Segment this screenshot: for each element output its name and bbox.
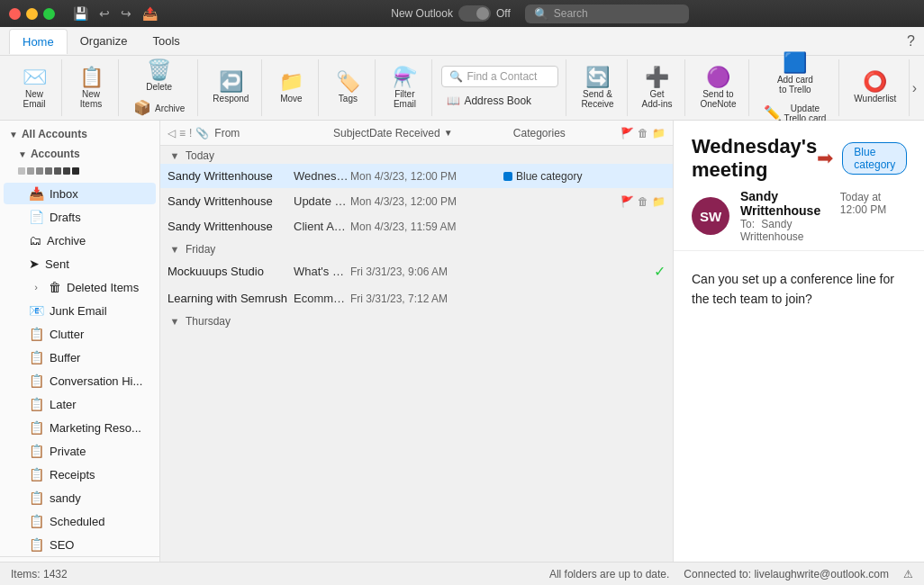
send-receive-button[interactable]: 🔄 Send &Receive xyxy=(575,64,619,112)
tags-button[interactable]: 🏷️ Tags xyxy=(328,68,367,107)
delete-action-icon[interactable]: 🗑 xyxy=(638,195,648,208)
items-count: Items: 1432 xyxy=(11,568,68,580)
sidebar-item-later[interactable]: 📋 Later xyxy=(4,393,156,415)
tab-organize[interactable]: Organize xyxy=(68,29,140,53)
chevron-icon: ▼ xyxy=(18,149,27,159)
sidebar-item-marketing[interactable]: 📋 Marketing Reso... xyxy=(4,417,156,438)
email-list: ◁ ≡ ! 📎 From Subject Date Received ▼ Cat… xyxy=(160,121,674,562)
sidebar-item-private[interactable]: 📋 Private xyxy=(4,440,156,462)
find-contact-button[interactable]: 🔍 Find a Contact xyxy=(441,66,558,87)
collapse-all-icon[interactable]: ◁ xyxy=(168,127,176,140)
sidebar-item-receipts[interactable]: 📋 Receipts xyxy=(4,464,156,485)
help-icon[interactable]: ? xyxy=(907,33,915,50)
sidebar-item-scheduled[interactable]: 📋 Scheduled xyxy=(4,510,156,532)
col-date[interactable]: Date Received ▼ xyxy=(369,127,513,140)
wunderlist-button[interactable]: ⭕ Wunderlist xyxy=(848,68,901,107)
save-icon[interactable]: 💾 xyxy=(73,6,88,21)
toggle-switch[interactable] xyxy=(458,5,491,22)
accounts-header[interactable]: ▼ Accounts xyxy=(0,144,159,164)
respond-button[interactable]: ↩️ Respond xyxy=(207,68,254,107)
archive-action-icon[interactable]: 📁 xyxy=(652,195,666,208)
all-accounts-header[interactable]: ▼ All Accounts xyxy=(0,124,159,144)
wunderlist-group: ⭕ Wunderlist xyxy=(841,59,910,116)
col-subject[interactable]: Subject xyxy=(333,127,369,140)
reading-time: Today at 12:00 PM xyxy=(840,191,906,216)
add-trello-button[interactable]: 🟦 Add cardto Trello xyxy=(772,50,819,98)
email-row[interactable]: Sandy Writtenhouse Wednesday's meeting M… xyxy=(160,164,673,189)
today-collapse-icon[interactable]: ▼ xyxy=(168,150,182,161)
email-from: Sandy Writtenhouse xyxy=(168,220,294,233)
sidebar-item-sent[interactable]: ➤ Sent xyxy=(4,253,156,274)
sent-icon: ➤ xyxy=(29,256,40,271)
deleted-label: Deleted Items xyxy=(67,281,139,294)
delete-button[interactable]: 🗑️ Delete xyxy=(140,57,179,95)
archive-col-icon: 📁 xyxy=(652,127,666,140)
new-outlook-toggle[interactable]: New Outlook Off xyxy=(391,5,511,22)
redo-icon[interactable]: ↪ xyxy=(121,6,131,21)
sidebar-item-drafts[interactable]: 📄 Drafts xyxy=(4,206,156,228)
new-items-group: 📋 NewItems xyxy=(64,59,119,116)
close-button[interactable] xyxy=(9,8,21,20)
minimize-button[interactable] xyxy=(26,8,38,20)
thursday-collapse-icon[interactable]: ▼ xyxy=(168,316,182,327)
sidebar-item-deleted[interactable]: › 🗑 Deleted Items xyxy=(4,276,156,298)
attachment-icon[interactable]: 📎 xyxy=(195,127,209,140)
get-addins-button[interactable]: ➕ GetAdd-ins xyxy=(637,64,678,112)
sidebar-item-sandy[interactable]: 📋 sandy xyxy=(4,487,156,508)
col-from-label: From xyxy=(214,127,240,140)
wunderlist-label: Wunderlist xyxy=(854,94,896,104)
sidebar-item-inbox[interactable]: 📥 Inbox xyxy=(4,183,156,204)
section-today-label: Today xyxy=(186,149,214,162)
email-row[interactable]: Mockuuups Studio What's new: Say hello t… xyxy=(160,257,673,286)
filter-list-icon[interactable]: ! xyxy=(189,127,192,140)
header-icons: ◁ ≡ ! 📎 xyxy=(168,127,209,140)
statusbar-right: All folders are up to date. Connected to… xyxy=(549,568,913,580)
section-thursday-label: Thursday xyxy=(186,315,231,328)
onenote-label: Send toOneNote xyxy=(700,89,736,109)
sidebar-item-buffer[interactable]: 📋 Buffer xyxy=(4,346,156,368)
email-row[interactable]: Sandy Writtenhouse Client Anderson Proje… xyxy=(160,214,673,239)
col-from[interactable]: From xyxy=(214,127,333,140)
tags-group: 🏷️ Tags xyxy=(321,59,376,116)
deleted-expand-icon[interactable]: › xyxy=(29,282,43,292)
tab-tools[interactable]: Tools xyxy=(140,29,192,53)
new-items-button[interactable]: 📋 NewItems xyxy=(71,64,111,112)
sort-date-icon[interactable]: ▼ xyxy=(444,128,453,138)
search-input[interactable] xyxy=(554,7,680,20)
expand-icon[interactable]: › xyxy=(912,80,917,96)
onenote-button[interactable]: 🟣 Send toOneNote xyxy=(694,64,741,112)
search-bar[interactable]: 🔍 xyxy=(525,4,689,23)
blue-category-badge[interactable]: Blue category xyxy=(842,142,907,175)
private-icon: 📋 xyxy=(29,444,44,458)
sidebar-item-junk[interactable]: 📧 Junk Email xyxy=(4,300,156,321)
section-friday: ▼ Friday xyxy=(160,239,673,257)
address-book-label: Address Book xyxy=(464,94,531,107)
sort-icon[interactable]: ≡ xyxy=(179,127,186,140)
tab-home[interactable]: Home xyxy=(9,29,68,54)
undo-icon[interactable]: ↩ xyxy=(99,6,110,21)
col-date-label: Date Received xyxy=(369,127,440,140)
reading-header: Wednesday's meeting ➡ Blue category SW S… xyxy=(674,121,924,251)
sidebar-item-conversation[interactable]: 📋 Conversation Hi... xyxy=(4,370,156,392)
toggle-state: Off xyxy=(496,7,511,20)
friday-collapse-icon[interactable]: ▼ xyxy=(168,244,182,255)
sandy-label: sandy xyxy=(50,491,81,505)
sidebar-item-seo[interactable]: 📋 SEO xyxy=(4,534,156,555)
respond-icon: ↩️ xyxy=(219,72,243,92)
sidebar-item-archive[interactable]: 🗂 Archive xyxy=(4,230,156,251)
seo-label: SEO xyxy=(50,538,74,552)
move-button[interactable]: 📁 Move xyxy=(271,68,311,107)
filter-button[interactable]: ⚗️ FilterEmail xyxy=(385,64,424,112)
new-email-button[interactable]: ✉️ NewEmail xyxy=(14,64,54,112)
maximize-button[interactable] xyxy=(43,8,55,20)
share-icon[interactable]: 📤 xyxy=(142,6,158,21)
address-book-button[interactable]: 📖 Address Book xyxy=(441,91,558,111)
col-categories[interactable]: Categories xyxy=(513,127,615,140)
sidebar: ▼ All Accounts ▼ Accounts xyxy=(0,121,160,562)
archive-button[interactable]: 📦 Archive xyxy=(128,97,190,119)
flag-action-icon[interactable]: 🚩 xyxy=(621,195,634,208)
email-row[interactable]: Sandy Writtenhouse Update Report Mon 4/3… xyxy=(160,189,673,214)
email-from: Sandy Writtenhouse xyxy=(168,194,294,208)
email-row[interactable]: Learning with Semrush Ecommerce content … xyxy=(160,286,673,311)
sidebar-item-clutter[interactable]: 📋 Clutter xyxy=(4,323,156,345)
